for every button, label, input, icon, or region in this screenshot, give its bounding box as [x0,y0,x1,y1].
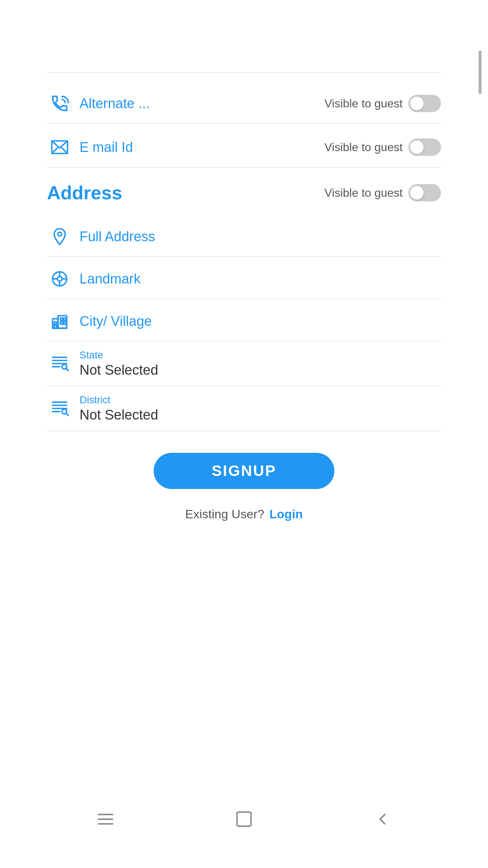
alternate-phone-toggle[interactable] [408,95,441,112]
alternate-phone-icon [47,91,72,116]
state-value: Not Selected [80,362,158,378]
alternate-phone-visible-wrap: Visible to guest [325,95,441,112]
top-divider [47,72,441,73]
state-icon [47,349,72,375]
city-village-label: City/ Village [80,314,441,329]
svg-rect-18 [54,322,57,324]
address-visible-wrap: Visible to guest [325,184,441,201]
email-visible-wrap: Visible to guest [325,139,441,156]
svg-point-3 [58,232,62,236]
state-row[interactable]: State Not Selected [47,341,441,386]
address-toggle[interactable] [408,184,441,201]
landmark-icon [47,266,72,292]
svg-rect-10 [53,319,58,328]
bottom-nav [0,807,488,832]
svg-line-31 [66,413,68,416]
svg-line-25 [66,369,68,371]
svg-rect-16 [60,322,63,324]
full-address-row[interactable]: Full Address [47,214,441,257]
svg-rect-17 [64,322,66,324]
alternate-phone-visible-label: Visible to guest [325,97,403,110]
district-value: Not Selected [80,407,158,423]
landmark-label: Landmark [80,271,441,287]
city-village-icon [47,309,72,334]
full-address-icon [47,224,72,249]
full-address-label: Full Address [80,229,441,244]
signup-button-label: SIGNUP [211,462,276,480]
home-nav-icon[interactable] [231,807,257,832]
email-row: E mail Id Visible to guest [47,124,441,167]
email-toggle[interactable] [408,139,441,156]
svg-rect-14 [60,318,63,320]
menu-nav-icon[interactable] [93,807,118,832]
back-nav-icon[interactable] [370,807,395,832]
district-text-block: District Not Selected [80,394,158,423]
state-label: State [80,349,158,361]
landmark-row[interactable]: Landmark [47,257,441,299]
address-section-title: Address [47,182,325,204]
signup-button[interactable]: SIGNUP [154,453,334,489]
alternate-phone-row: Alternate ... Visible to guest [47,80,441,124]
email-icon [47,135,72,160]
district-icon [47,394,72,420]
city-village-row[interactable]: City/ Village [47,299,441,341]
svg-rect-35 [237,812,251,826]
address-section-header: Address Visible to guest [47,167,441,214]
address-visible-label: Visible to guest [325,186,403,200]
existing-user-text: Existing User? [185,507,264,521]
district-label: District [80,394,158,406]
svg-line-1 [52,148,57,153]
email-label: E mail Id [80,140,325,155]
district-row[interactable]: District Not Selected [47,386,441,431]
svg-line-2 [62,148,68,153]
svg-rect-15 [64,318,66,320]
login-link[interactable]: Login [269,507,303,521]
email-visible-label: Visible to guest [325,141,403,154]
existing-user-row: Existing User? Login [47,507,441,521]
state-text-block: State Not Selected [80,349,158,378]
form-container: Alternate ... Visible to guest E mail Id… [0,72,488,521]
svg-rect-19 [54,325,57,328]
alternate-phone-label: Alternate ... [80,96,325,111]
